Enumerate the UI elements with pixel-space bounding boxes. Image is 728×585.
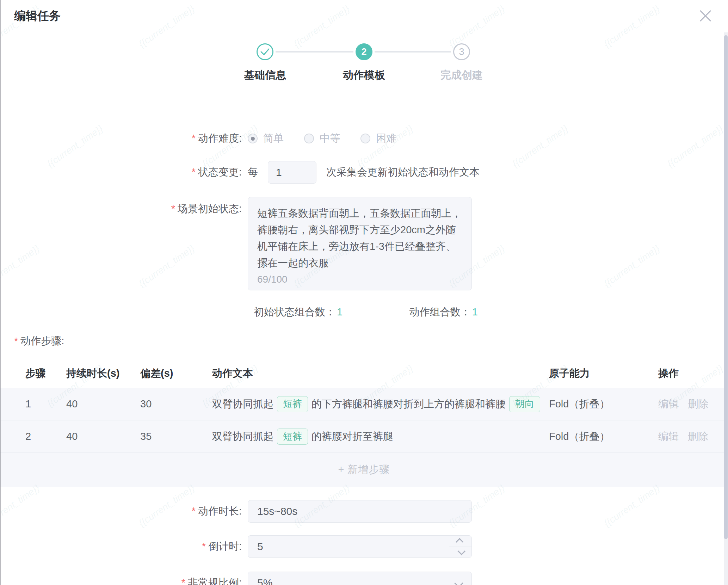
scrollbar-thumb[interactable] xyxy=(724,35,728,539)
table-body: 14030双臂协同抓起短裤的下方裤腿和裤腰对折到上方的裤腿和裤腰朝向Fold（折… xyxy=(0,388,728,453)
action-tag: 短裤 xyxy=(277,429,308,445)
cell-ability: Fold（折叠） xyxy=(549,430,658,444)
table-row: 24035双臂协同抓起短裤的裤腰对折至裤腿Fold（折叠）编辑删除 xyxy=(0,420,728,453)
cell-step: 1 xyxy=(25,398,66,410)
initial-state-textarea[interactable]: 短裤五条数据背面朝上，五条数据正面朝上，裤腰朝右，离头部视野下方至少20cm之外… xyxy=(248,197,472,290)
edit-link[interactable]: 编辑 xyxy=(658,430,679,444)
delete-link[interactable]: 删除 xyxy=(688,430,708,444)
cell-action-text: 双臂协同抓起短裤的裤腰对折至裤腿 xyxy=(212,429,549,445)
chevron-up-icon xyxy=(455,538,463,546)
radio-label: 困难 xyxy=(376,131,396,146)
col-step: 步骤 xyxy=(25,367,66,381)
step-1-circle xyxy=(257,43,273,60)
combos-row: 初始状态组合数：1 动作组合数：1 xyxy=(0,305,728,317)
state-change-row: *状态变更: 每 次采集会更新初始状态和动作文本 xyxy=(0,161,728,184)
state-change-prefix: 每 xyxy=(248,165,258,179)
cell-deviation: 30 xyxy=(140,398,212,410)
dialog-header: 编辑任务 xyxy=(0,0,728,32)
action-text-fragment: 双臂协同抓起 xyxy=(212,398,273,410)
cell-duration: 40 xyxy=(66,431,140,442)
step-connector xyxy=(276,51,353,53)
action-text-fragment: 的裤腰对折至裤腿 xyxy=(311,431,393,442)
state-change-input[interactable] xyxy=(268,161,316,184)
difficulty-label: *动作难度: xyxy=(0,131,248,146)
increment-button[interactable] xyxy=(449,536,471,547)
cell-ability: Fold（折叠） xyxy=(549,397,658,411)
countdown-row: *倒计时: xyxy=(0,535,728,558)
initial-combo-count: 初始状态组合数：1 xyxy=(254,305,343,319)
table-header: 步骤 持续时长(s) 偏差(s) 动作文本 原子能力 操作 xyxy=(0,359,728,388)
delete-link[interactable]: 删除 xyxy=(688,397,708,411)
cell-action-text: 双臂协同抓起短裤的下方裤腿和裤腰对折到上方的裤腿和裤腰朝向 xyxy=(212,396,549,412)
stepper: 2 3 基础信息 动作模板 完成创建 xyxy=(0,43,728,93)
edit-link[interactable]: 编辑 xyxy=(658,397,679,411)
required-asterisk: * xyxy=(192,166,196,178)
col-duration: 持续时长(s) xyxy=(66,367,140,381)
step-2-label: 动作模板 xyxy=(322,68,406,82)
cell-duration: 40 xyxy=(66,398,140,410)
close-icon xyxy=(699,9,712,23)
action-duration-input[interactable] xyxy=(248,500,472,523)
step-2-circle: 2 xyxy=(356,43,372,60)
countdown-label: *倒计时: xyxy=(0,540,248,554)
close-button[interactable] xyxy=(698,8,713,24)
radio-label: 中等 xyxy=(320,131,340,146)
unusual-ratio-value xyxy=(248,572,472,585)
spinner-controls xyxy=(449,536,471,558)
action-tag: 朝向 xyxy=(509,396,540,412)
action-duration-label: *动作时长: xyxy=(0,504,248,518)
chevron-down-icon xyxy=(457,547,465,555)
radio-label: 简单 xyxy=(263,131,284,146)
cell-operations: 编辑删除 xyxy=(658,397,728,411)
initial-state-row: *场景初始状态: 短裤五条数据背面朝上，五条数据正面朝上，裤腰朝右，离头部视野下… xyxy=(0,197,728,290)
step-3-label: 完成创建 xyxy=(419,68,504,82)
radio-icon xyxy=(248,134,258,143)
decrement-button[interactable] xyxy=(449,547,471,558)
countdown-stepper xyxy=(248,535,472,558)
difficulty-radio-group: 简单 中等 困难 xyxy=(248,131,396,146)
step-connector xyxy=(375,51,451,53)
table-row: 14030双臂协同抓起短裤的下方裤腿和裤腰对折到上方的裤腿和裤腰朝向Fold（折… xyxy=(0,388,728,420)
cell-deviation: 35 xyxy=(140,431,212,442)
step-1-label: 基础信息 xyxy=(223,68,307,82)
cell-step: 2 xyxy=(25,431,66,442)
col-action-text: 动作文本 xyxy=(212,367,549,381)
dialog-title: 编辑任务 xyxy=(14,8,61,24)
action-duration-row: *动作时长: xyxy=(0,500,728,523)
action-tag: 短裤 xyxy=(277,396,308,412)
initial-state-label: *场景初始状态: xyxy=(0,202,248,216)
required-asterisk: * xyxy=(192,505,196,517)
check-icon xyxy=(260,48,270,56)
col-deviation: 偏差(s) xyxy=(140,367,212,381)
initial-state-text: 短裤五条数据背面朝上，五条数据正面朝上，裤腰朝右，离头部视野下方至少20cm之外… xyxy=(257,205,462,271)
cell-operations: 编辑删除 xyxy=(658,430,728,444)
difficulty-row: *动作难度: 简单 中等 困难 xyxy=(0,131,728,146)
add-step-row: + 新增步骤 xyxy=(0,453,728,487)
add-step-button[interactable]: + 新增步骤 xyxy=(338,463,390,477)
col-ability: 原子能力 xyxy=(549,367,658,381)
action-steps-label: 动作步骤: xyxy=(20,334,64,348)
radio-option-hard[interactable]: 困难 xyxy=(360,131,396,146)
step-3-circle: 3 xyxy=(453,43,470,60)
required-asterisk: * xyxy=(171,203,175,214)
radio-icon xyxy=(304,134,314,143)
required-asterisk: * xyxy=(14,335,18,347)
required-asterisk: * xyxy=(202,541,206,552)
action-combo-value: 1 xyxy=(472,306,478,318)
unusual-ratio-select[interactable] xyxy=(248,572,472,585)
action-text-fragment: 的下方裤腿和裤腰对折到上方的裤腿和裤腰 xyxy=(311,398,506,410)
initial-combo-value: 1 xyxy=(337,306,343,318)
countdown-input[interactable] xyxy=(248,535,472,558)
action-text-fragment: 双臂协同抓起 xyxy=(212,431,273,442)
radio-option-easy[interactable]: 简单 xyxy=(248,131,284,146)
unusual-ratio-row: *非常规比例: xyxy=(0,572,728,585)
state-change-suffix: 次采集会更新初始状态和动作文本 xyxy=(326,165,480,179)
char-counter: 69/100 xyxy=(257,274,288,285)
radio-icon xyxy=(360,134,370,143)
state-change-label: *状态变更: xyxy=(0,165,248,179)
required-asterisk: * xyxy=(192,133,196,144)
radio-option-medium[interactable]: 中等 xyxy=(304,131,340,146)
unusual-ratio-label: *非常规比例: xyxy=(0,576,248,585)
scrollbar-track[interactable] xyxy=(724,32,728,585)
action-steps-label-row: * 动作步骤: xyxy=(0,335,728,347)
